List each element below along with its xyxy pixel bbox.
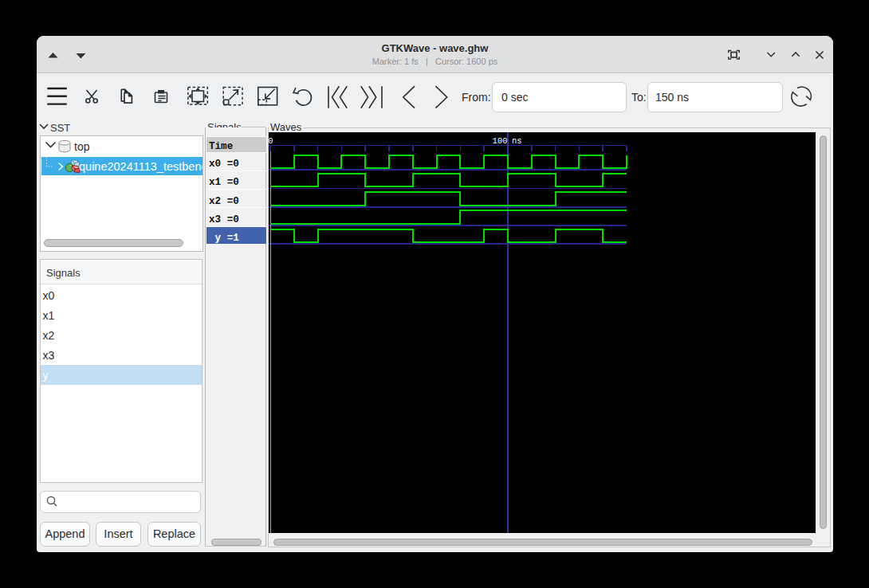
svg-text:100: 100 bbox=[493, 136, 508, 146]
svg-text:quine20241113_testbench: quine20241113_testbench bbox=[79, 160, 203, 173]
svg-text:ns: ns bbox=[512, 136, 522, 146]
svg-text:SST: SST bbox=[50, 121, 70, 133]
svg-text:top: top bbox=[74, 140, 90, 153]
svg-text:0: 0 bbox=[269, 136, 273, 146]
